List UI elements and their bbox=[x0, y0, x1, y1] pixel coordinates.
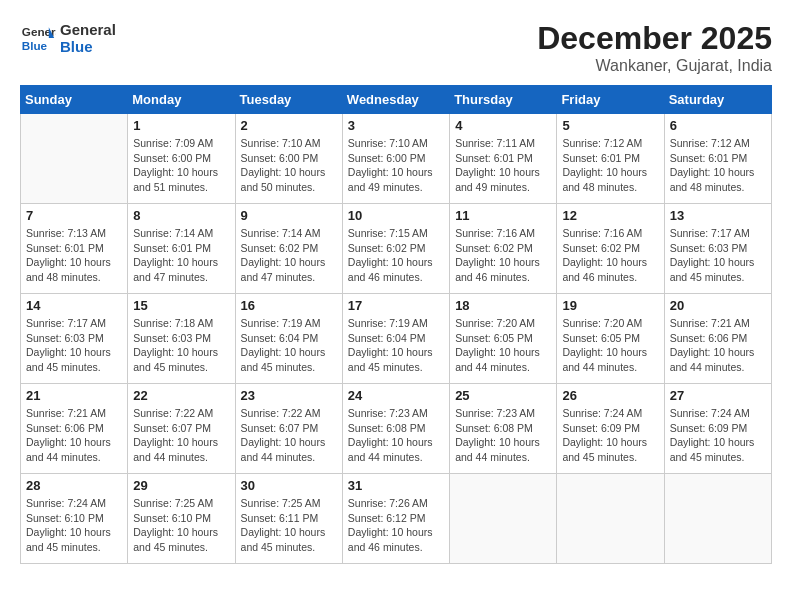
calendar-cell: 16Sunrise: 7:19 AMSunset: 6:04 PMDayligh… bbox=[235, 294, 342, 384]
logo-text-blue: Blue bbox=[60, 38, 116, 55]
day-info: Sunrise: 7:17 AMSunset: 6:03 PMDaylight:… bbox=[26, 316, 122, 375]
svg-text:Blue: Blue bbox=[22, 39, 48, 52]
calendar-cell: 10Sunrise: 7:15 AMSunset: 6:02 PMDayligh… bbox=[342, 204, 449, 294]
day-number: 27 bbox=[670, 388, 766, 403]
logo: General Blue General Blue bbox=[20, 20, 116, 56]
calendar-cell: 21Sunrise: 7:21 AMSunset: 6:06 PMDayligh… bbox=[21, 384, 128, 474]
calendar-week-5: 28Sunrise: 7:24 AMSunset: 6:10 PMDayligh… bbox=[21, 474, 772, 564]
calendar-cell: 11Sunrise: 7:16 AMSunset: 6:02 PMDayligh… bbox=[450, 204, 557, 294]
calendar-cell: 8Sunrise: 7:14 AMSunset: 6:01 PMDaylight… bbox=[128, 204, 235, 294]
day-info: Sunrise: 7:25 AMSunset: 6:10 PMDaylight:… bbox=[133, 496, 229, 555]
day-info: Sunrise: 7:24 AMSunset: 6:09 PMDaylight:… bbox=[670, 406, 766, 465]
day-number: 5 bbox=[562, 118, 658, 133]
calendar-week-2: 7Sunrise: 7:13 AMSunset: 6:01 PMDaylight… bbox=[21, 204, 772, 294]
day-number: 28 bbox=[26, 478, 122, 493]
day-info: Sunrise: 7:24 AMSunset: 6:09 PMDaylight:… bbox=[562, 406, 658, 465]
calendar-cell: 20Sunrise: 7:21 AMSunset: 6:06 PMDayligh… bbox=[664, 294, 771, 384]
page-header: General Blue General Blue December 2025 … bbox=[20, 20, 772, 75]
day-info: Sunrise: 7:23 AMSunset: 6:08 PMDaylight:… bbox=[348, 406, 444, 465]
day-info: Sunrise: 7:12 AMSunset: 6:01 PMDaylight:… bbox=[670, 136, 766, 195]
calendar-cell: 2Sunrise: 7:10 AMSunset: 6:00 PMDaylight… bbox=[235, 114, 342, 204]
location-subtitle: Wankaner, Gujarat, India bbox=[537, 57, 772, 75]
day-number: 30 bbox=[241, 478, 337, 493]
calendar-cell: 19Sunrise: 7:20 AMSunset: 6:05 PMDayligh… bbox=[557, 294, 664, 384]
day-number: 26 bbox=[562, 388, 658, 403]
day-number: 22 bbox=[133, 388, 229, 403]
day-number: 7 bbox=[26, 208, 122, 223]
calendar-cell: 24Sunrise: 7:23 AMSunset: 6:08 PMDayligh… bbox=[342, 384, 449, 474]
day-number: 25 bbox=[455, 388, 551, 403]
day-info: Sunrise: 7:09 AMSunset: 6:00 PMDaylight:… bbox=[133, 136, 229, 195]
calendar-cell: 31Sunrise: 7:26 AMSunset: 6:12 PMDayligh… bbox=[342, 474, 449, 564]
calendar-cell: 3Sunrise: 7:10 AMSunset: 6:00 PMDaylight… bbox=[342, 114, 449, 204]
calendar-cell: 9Sunrise: 7:14 AMSunset: 6:02 PMDaylight… bbox=[235, 204, 342, 294]
title-section: December 2025 Wankaner, Gujarat, India bbox=[537, 20, 772, 75]
calendar-week-4: 21Sunrise: 7:21 AMSunset: 6:06 PMDayligh… bbox=[21, 384, 772, 474]
calendar-week-3: 14Sunrise: 7:17 AMSunset: 6:03 PMDayligh… bbox=[21, 294, 772, 384]
calendar-cell bbox=[21, 114, 128, 204]
day-info: Sunrise: 7:19 AMSunset: 6:04 PMDaylight:… bbox=[241, 316, 337, 375]
day-info: Sunrise: 7:12 AMSunset: 6:01 PMDaylight:… bbox=[562, 136, 658, 195]
calendar-table: SundayMondayTuesdayWednesdayThursdayFrid… bbox=[20, 85, 772, 564]
day-number: 21 bbox=[26, 388, 122, 403]
day-number: 29 bbox=[133, 478, 229, 493]
day-number: 17 bbox=[348, 298, 444, 313]
calendar-cell: 27Sunrise: 7:24 AMSunset: 6:09 PMDayligh… bbox=[664, 384, 771, 474]
day-info: Sunrise: 7:19 AMSunset: 6:04 PMDaylight:… bbox=[348, 316, 444, 375]
calendar-cell: 6Sunrise: 7:12 AMSunset: 6:01 PMDaylight… bbox=[664, 114, 771, 204]
calendar-cell: 5Sunrise: 7:12 AMSunset: 6:01 PMDaylight… bbox=[557, 114, 664, 204]
calendar-cell: 23Sunrise: 7:22 AMSunset: 6:07 PMDayligh… bbox=[235, 384, 342, 474]
day-number: 19 bbox=[562, 298, 658, 313]
day-info: Sunrise: 7:16 AMSunset: 6:02 PMDaylight:… bbox=[455, 226, 551, 285]
day-number: 9 bbox=[241, 208, 337, 223]
day-info: Sunrise: 7:20 AMSunset: 6:05 PMDaylight:… bbox=[562, 316, 658, 375]
weekday-header-monday: Monday bbox=[128, 86, 235, 114]
weekday-header-friday: Friday bbox=[557, 86, 664, 114]
day-info: Sunrise: 7:18 AMSunset: 6:03 PMDaylight:… bbox=[133, 316, 229, 375]
day-number: 31 bbox=[348, 478, 444, 493]
day-number: 12 bbox=[562, 208, 658, 223]
day-info: Sunrise: 7:13 AMSunset: 6:01 PMDaylight:… bbox=[26, 226, 122, 285]
day-number: 11 bbox=[455, 208, 551, 223]
calendar-cell bbox=[557, 474, 664, 564]
calendar-cell: 22Sunrise: 7:22 AMSunset: 6:07 PMDayligh… bbox=[128, 384, 235, 474]
day-info: Sunrise: 7:26 AMSunset: 6:12 PMDaylight:… bbox=[348, 496, 444, 555]
day-info: Sunrise: 7:21 AMSunset: 6:06 PMDaylight:… bbox=[670, 316, 766, 375]
calendar-cell bbox=[664, 474, 771, 564]
calendar-cell: 18Sunrise: 7:20 AMSunset: 6:05 PMDayligh… bbox=[450, 294, 557, 384]
calendar-cell: 4Sunrise: 7:11 AMSunset: 6:01 PMDaylight… bbox=[450, 114, 557, 204]
day-number: 13 bbox=[670, 208, 766, 223]
calendar-cell: 7Sunrise: 7:13 AMSunset: 6:01 PMDaylight… bbox=[21, 204, 128, 294]
calendar-cell: 25Sunrise: 7:23 AMSunset: 6:08 PMDayligh… bbox=[450, 384, 557, 474]
calendar-cell: 1Sunrise: 7:09 AMSunset: 6:00 PMDaylight… bbox=[128, 114, 235, 204]
calendar-cell: 13Sunrise: 7:17 AMSunset: 6:03 PMDayligh… bbox=[664, 204, 771, 294]
day-number: 6 bbox=[670, 118, 766, 133]
weekday-header-sunday: Sunday bbox=[21, 86, 128, 114]
day-info: Sunrise: 7:23 AMSunset: 6:08 PMDaylight:… bbox=[455, 406, 551, 465]
day-info: Sunrise: 7:25 AMSunset: 6:11 PMDaylight:… bbox=[241, 496, 337, 555]
day-info: Sunrise: 7:24 AMSunset: 6:10 PMDaylight:… bbox=[26, 496, 122, 555]
day-info: Sunrise: 7:20 AMSunset: 6:05 PMDaylight:… bbox=[455, 316, 551, 375]
day-number: 1 bbox=[133, 118, 229, 133]
logo-text-general: General bbox=[60, 21, 116, 38]
day-info: Sunrise: 7:21 AMSunset: 6:06 PMDaylight:… bbox=[26, 406, 122, 465]
calendar-cell: 17Sunrise: 7:19 AMSunset: 6:04 PMDayligh… bbox=[342, 294, 449, 384]
weekday-header-thursday: Thursday bbox=[450, 86, 557, 114]
calendar-cell: 28Sunrise: 7:24 AMSunset: 6:10 PMDayligh… bbox=[21, 474, 128, 564]
calendar-cell: 12Sunrise: 7:16 AMSunset: 6:02 PMDayligh… bbox=[557, 204, 664, 294]
day-info: Sunrise: 7:11 AMSunset: 6:01 PMDaylight:… bbox=[455, 136, 551, 195]
day-info: Sunrise: 7:16 AMSunset: 6:02 PMDaylight:… bbox=[562, 226, 658, 285]
weekday-header-saturday: Saturday bbox=[664, 86, 771, 114]
day-info: Sunrise: 7:10 AMSunset: 6:00 PMDaylight:… bbox=[348, 136, 444, 195]
day-info: Sunrise: 7:14 AMSunset: 6:01 PMDaylight:… bbox=[133, 226, 229, 285]
calendar-cell: 30Sunrise: 7:25 AMSunset: 6:11 PMDayligh… bbox=[235, 474, 342, 564]
day-number: 2 bbox=[241, 118, 337, 133]
day-info: Sunrise: 7:17 AMSunset: 6:03 PMDaylight:… bbox=[670, 226, 766, 285]
day-number: 4 bbox=[455, 118, 551, 133]
day-number: 18 bbox=[455, 298, 551, 313]
day-number: 20 bbox=[670, 298, 766, 313]
day-number: 16 bbox=[241, 298, 337, 313]
day-number: 14 bbox=[26, 298, 122, 313]
day-number: 23 bbox=[241, 388, 337, 403]
day-number: 3 bbox=[348, 118, 444, 133]
